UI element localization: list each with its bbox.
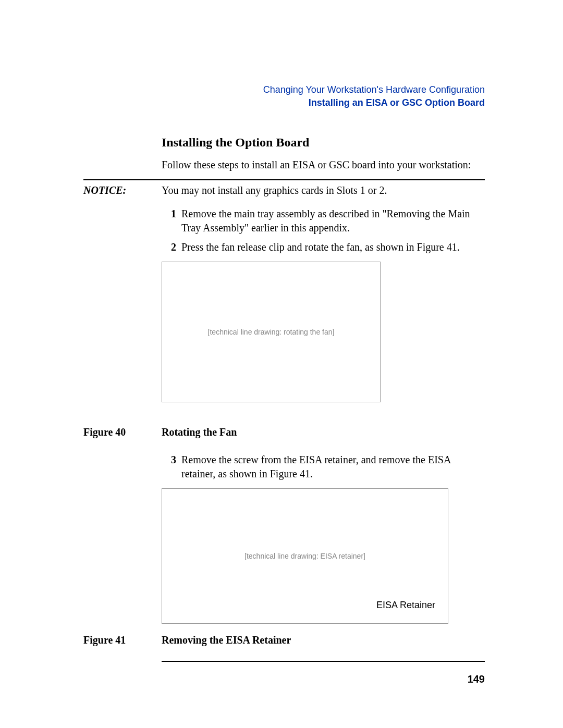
step-text: Press the fan release clip and rotate th… (181, 240, 485, 254)
chapter-title: Changing Your Workstation's Hardware Con… (83, 83, 485, 96)
step-list-continued: 3 Remove the screw from the EISA retaine… (162, 453, 485, 481)
horizontal-rule-bottom (162, 661, 485, 662)
figure-image-placeholder: [technical line drawing: rotating the fa… (162, 262, 381, 402)
intro-paragraph: Follow these steps to install an EISA or… (162, 159, 485, 171)
figure-image-placeholder: [technical line drawing: EISA retainer] … (162, 488, 448, 624)
page-number: 149 (162, 673, 485, 685)
figure-callout-label: EISA Retainer (376, 600, 435, 611)
step-item: 2 Press the fan release clip and rotate … (162, 240, 485, 254)
main-column: Installing the Option Board Follow these… (162, 135, 485, 171)
figure-40: [technical line drawing: rotating the fa… (162, 262, 485, 402)
horizontal-rule-top (83, 179, 485, 184)
notice-text: You may not install any graphics cards i… (162, 184, 485, 196)
step-item: 3 Remove the screw from the EISA retaine… (162, 453, 485, 481)
step-list: 1 Remove the main tray assembly as descr… (162, 207, 485, 254)
step-number: 3 (162, 453, 176, 481)
step-number: 1 (162, 207, 176, 235)
figure-label: Figure 41 (83, 634, 162, 646)
figure-caption: Figure 40 Rotating the Fan (83, 426, 485, 438)
figure-title: Removing the EISA Retainer (162, 634, 291, 646)
step-text: Remove the main tray assembly as describ… (181, 207, 485, 235)
figure-41: [technical line drawing: EISA retainer] … (162, 488, 485, 624)
figure-label: Figure 40 (83, 426, 162, 438)
figure-caption: Figure 41 Removing the EISA Retainer (83, 634, 485, 646)
steps-column: 1 Remove the main tray assembly as descr… (162, 207, 485, 685)
step-number: 2 (162, 240, 176, 254)
figure-title: Rotating the Fan (162, 426, 237, 438)
step-item: 1 Remove the main tray assembly as descr… (162, 207, 485, 235)
notice-block: NOTICE: You may not install any graphics… (83, 184, 485, 196)
figure-placeholder-text: [technical line drawing: EISA retainer] (244, 552, 365, 560)
section-heading: Installing the Option Board (162, 135, 485, 150)
running-header: Changing Your Workstation's Hardware Con… (83, 83, 485, 109)
notice-label: NOTICE: (83, 184, 162, 196)
figure-placeholder-text: [technical line drawing: rotating the fa… (208, 328, 335, 336)
section-title: Installing an EISA or GSC Option Board (83, 96, 485, 109)
step-text: Remove the screw from the EISA retainer,… (181, 453, 485, 481)
page-content: Changing Your Workstation's Hardware Con… (83, 83, 485, 685)
